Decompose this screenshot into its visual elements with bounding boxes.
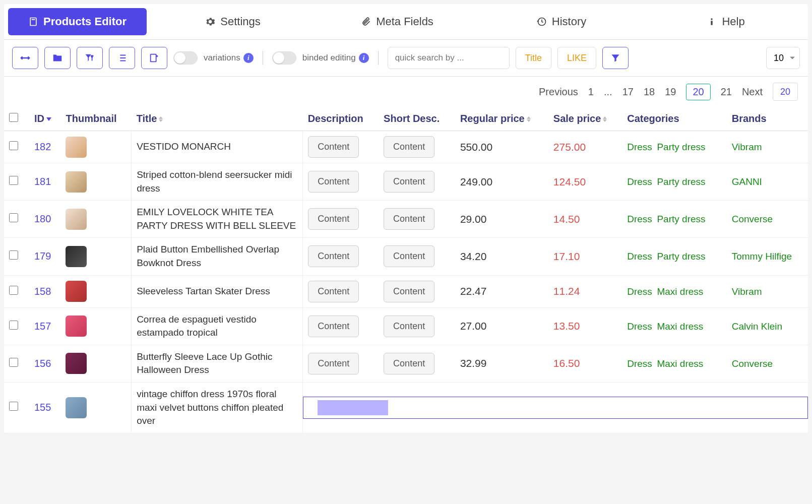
info-icon[interactable]: i [243, 53, 254, 63]
row-id[interactable]: 179 [34, 250, 51, 262]
row-title[interactable]: vintage chiffon dress 1970s floral maxi … [132, 382, 303, 433]
row-thumbnail[interactable] [66, 281, 87, 302]
row-thumbnail[interactable] [66, 353, 87, 374]
list-button[interactable] [109, 47, 135, 69]
column-title[interactable]: Title [132, 107, 303, 131]
description-content-button[interactable]: Content [308, 208, 359, 230]
regular-price[interactable]: 550.00 [460, 141, 492, 153]
sale-price[interactable]: 14.50 [553, 213, 580, 225]
sale-price[interactable]: 13.50 [553, 320, 580, 332]
row-checkbox[interactable] [9, 213, 18, 222]
tab-products-editor[interactable]: Products Editor [8, 8, 147, 35]
short-desc-content-button[interactable]: Content [384, 353, 434, 374]
page-goto-input[interactable] [773, 83, 798, 101]
short-desc-content-button[interactable]: Content [384, 208, 434, 230]
row-thumbnail[interactable] [66, 209, 87, 230]
row-thumbnail[interactable] [66, 316, 87, 337]
inline-edit-field[interactable] [303, 397, 808, 419]
row-checkbox[interactable] [9, 321, 18, 330]
row-checkbox[interactable] [9, 286, 18, 295]
brand-link[interactable]: Calvin Klein [732, 321, 782, 332]
short-desc-content-button[interactable]: Content [384, 281, 434, 302]
row-checkbox[interactable] [9, 141, 18, 150]
description-content-button[interactable]: Content [308, 245, 359, 267]
binded-editing-toggle[interactable] [272, 51, 296, 65]
filter-apply-button[interactable] [602, 47, 629, 69]
brand-link[interactable]: Converse [732, 214, 773, 224]
row-checkbox[interactable] [9, 250, 18, 260]
category-link[interactable]: Dress [627, 321, 652, 332]
category-link[interactable]: Maxi dress [657, 286, 703, 297]
regular-price[interactable]: 22.47 [460, 285, 487, 297]
category-link[interactable]: Party dress [657, 176, 705, 187]
info-icon[interactable]: i [359, 53, 369, 63]
column-sale-price[interactable]: Sale price [548, 107, 622, 131]
brand-link[interactable]: Vibram [732, 142, 762, 152]
category-link[interactable]: Dress [627, 214, 652, 224]
category-link[interactable]: Dress [627, 251, 652, 262]
filter-operator-button[interactable]: LIKE [557, 47, 596, 69]
regular-price[interactable]: 27.00 [460, 320, 487, 332]
row-thumbnail[interactable] [66, 137, 87, 158]
short-desc-content-button[interactable]: Content [384, 245, 434, 267]
select-all-checkbox[interactable] [9, 113, 18, 122]
tab-help[interactable]: Help [644, 4, 808, 39]
row-id[interactable]: 180 [34, 213, 51, 224]
sale-price[interactable]: 124.50 [553, 176, 586, 187]
category-link[interactable]: Dress [627, 286, 652, 297]
row-title[interactable]: Correa de espagueti vestido estampado tr… [132, 307, 303, 345]
sale-price[interactable]: 17.10 [553, 250, 580, 262]
row-id[interactable]: 182 [34, 141, 51, 152]
category-link[interactable]: Party dress [657, 214, 705, 224]
add-button[interactable] [141, 47, 167, 69]
brand-link[interactable]: Converse [732, 358, 773, 369]
category-link[interactable]: Maxi dress [657, 358, 703, 369]
page-number[interactable]: 17 [622, 86, 634, 98]
column-regular-price[interactable]: Regular price [455, 107, 548, 131]
row-checkbox[interactable] [9, 402, 18, 411]
variations-toggle[interactable] [173, 51, 198, 65]
page-previous[interactable]: Previous [539, 86, 578, 98]
category-link[interactable]: Dress [627, 358, 652, 369]
short-desc-content-button[interactable]: Content [384, 136, 434, 158]
row-title[interactable]: Butterfly Sleeve Lace Up Gothic Hallowee… [132, 345, 303, 382]
search-input[interactable] [388, 47, 510, 69]
page-size-select[interactable]: 10 [766, 47, 800, 69]
row-id[interactable]: 156 [34, 358, 51, 369]
row-title[interactable]: EMILY LOVELOCK WHITE TEA PARTY DRESS WIT… [132, 201, 303, 238]
short-desc-content-button[interactable]: Content [384, 316, 434, 337]
category-link[interactable]: Party dress [657, 142, 705, 152]
column-id[interactable]: ID [29, 107, 60, 131]
row-thumbnail[interactable] [66, 246, 87, 267]
folder-button[interactable] [44, 47, 71, 69]
category-link[interactable]: Maxi dress [657, 321, 703, 332]
row-id[interactable]: 155 [34, 402, 51, 413]
row-checkbox[interactable] [9, 358, 18, 367]
page-number[interactable]: 19 [665, 86, 676, 98]
filter-flask-button[interactable] [77, 47, 103, 69]
row-title[interactable]: VESTIDO MONARCH [132, 131, 303, 163]
sale-price[interactable]: 11.24 [553, 285, 580, 297]
description-content-button[interactable]: Content [308, 281, 359, 302]
row-title[interactable]: Sleeveless Tartan Skater Dress [132, 275, 303, 307]
page-number[interactable]: 18 [644, 86, 655, 98]
tab-history[interactable]: History [479, 4, 644, 39]
page-next[interactable]: Next [742, 86, 763, 98]
description-content-button[interactable]: Content [308, 316, 359, 337]
tab-settings[interactable]: Settings [151, 4, 315, 39]
page-number[interactable]: 1 [588, 86, 594, 98]
category-link[interactable]: Dress [627, 176, 652, 187]
page-number-current[interactable]: 20 [686, 84, 710, 100]
row-title[interactable]: Plaid Button Embellished Overlap Bowknot… [132, 238, 303, 275]
regular-price[interactable]: 34.20 [460, 250, 487, 262]
regular-price[interactable]: 32.99 [460, 357, 487, 369]
row-thumbnail[interactable] [66, 397, 87, 418]
row-id[interactable]: 157 [34, 321, 51, 332]
description-content-button[interactable]: Content [308, 353, 359, 374]
expand-button[interactable] [12, 47, 38, 69]
row-checkbox[interactable] [9, 176, 18, 185]
tab-meta-fields[interactable]: Meta Fields [315, 4, 479, 39]
page-number[interactable]: 21 [721, 86, 732, 98]
row-id[interactable]: 158 [34, 286, 51, 297]
regular-price[interactable]: 29.00 [460, 213, 487, 225]
